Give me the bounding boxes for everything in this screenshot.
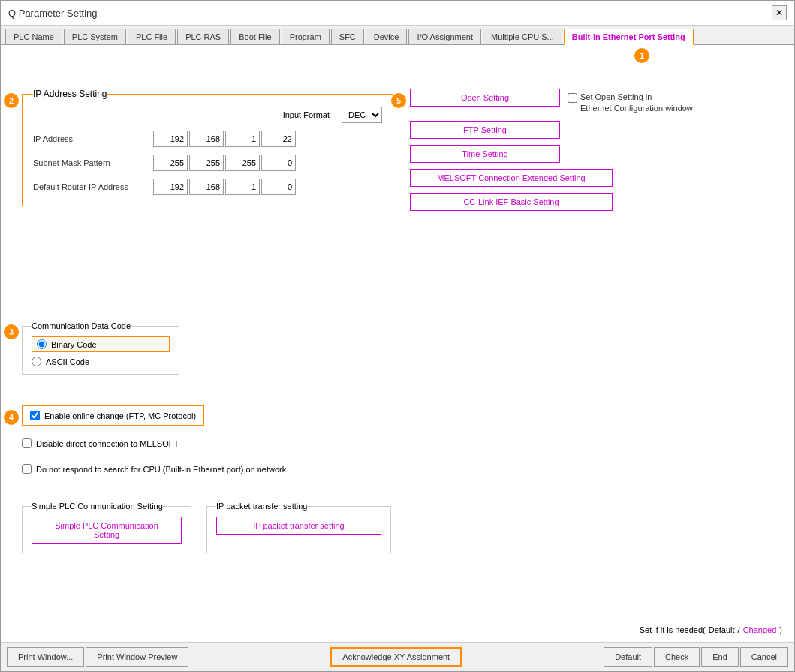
ip-address-label: IP Address: [33, 134, 153, 143]
ascii-code-radio[interactable]: [32, 357, 41, 366]
input-format-label: Input Format: [33, 110, 342, 119]
ip-field-3[interactable]: [225, 131, 260, 147]
tab-built-in-ethernet[interactable]: Built-in Ethernet Port Setting: [564, 29, 694, 45]
ip-address-inputs: [153, 131, 296, 147]
subnet-field-2[interactable]: [189, 155, 224, 171]
simple-plc-button[interactable]: Simple PLC Communication Setting: [32, 517, 182, 544]
status-changed-label: Changed: [743, 625, 777, 634]
enable-online-label: Enable online change (FTP, MC Protocol): [44, 411, 196, 420]
default-button[interactable]: Default: [604, 647, 652, 667]
status-slash: /: [738, 625, 740, 634]
input-format-row: Input Format DEC HEX: [33, 107, 382, 123]
router-field-4[interactable]: [261, 179, 296, 195]
status-close-paren: ): [779, 625, 782, 634]
print-window-button[interactable]: Print Window...: [7, 647, 84, 667]
horizontal-divider: [8, 493, 787, 493]
open-setting-checkbox-row: Set Open Setting inEthernet Configuratio…: [568, 92, 693, 115]
window-title: Q Parameter Setting: [8, 8, 98, 19]
badge-1: 1: [634, 48, 649, 63]
subnet-row: Subnet Mask Pattern: [33, 155, 382, 171]
badge-4: 4: [4, 410, 19, 425]
comm-data-code-fieldset: Communication Data Code Binary Code ASCI…: [22, 321, 179, 375]
do-not-respond-row: Do not respond to search for CPU (Built-…: [22, 464, 286, 474]
acknowledge-xy-button[interactable]: Acknowledge XY Assignment: [330, 647, 462, 667]
time-setting-button[interactable]: Time Setting: [410, 145, 560, 163]
subnet-field-1[interactable]: [153, 155, 188, 171]
ip-field-4[interactable]: [261, 131, 296, 147]
router-inputs: [153, 179, 296, 195]
router-field-2[interactable]: [189, 179, 224, 195]
disable-direct-label: Disable direct connection to MELSOFT: [36, 439, 179, 448]
do-not-respond-checkbox[interactable]: [22, 464, 32, 474]
ip-address-row: IP Address: [33, 131, 382, 147]
ascii-code-row: ASCII Code: [32, 357, 170, 366]
ip-field-1[interactable]: [153, 131, 188, 147]
status-set-text: Set if it is needed(: [640, 625, 706, 634]
router-field-1[interactable]: [153, 179, 188, 195]
footer-spacer-2: [463, 647, 602, 667]
tab-plc-file[interactable]: PLC File: [128, 29, 176, 44]
subnet-field-4[interactable]: [261, 155, 296, 171]
badge-2: 2: [4, 93, 19, 108]
subnet-label: Subnet Mask Pattern: [33, 158, 153, 167]
tab-plc-system[interactable]: PLC System: [64, 29, 126, 44]
ip-address-fieldset: IP Address Setting Input Format DEC HEX …: [22, 89, 393, 206]
ftp-setting-button[interactable]: FTP Setting: [410, 121, 560, 139]
melsoft-setting-button[interactable]: MELSOFT Connection Extended Setting: [410, 169, 613, 187]
status-text-area: Set if it is needed( Default / Changed ): [640, 625, 782, 634]
close-button[interactable]: ✕: [772, 5, 787, 20]
end-button[interactable]: End: [701, 647, 739, 667]
ip-packet-fieldset: IP packet transfer setting IP packet tra…: [206, 502, 391, 553]
subnet-field-3[interactable]: [225, 155, 260, 171]
open-setting-row: Open Setting Set Open Setting inEthernet…: [410, 89, 693, 115]
badge-5: 5: [391, 93, 406, 108]
ip-packet-button[interactable]: IP packet transfer setting: [216, 517, 381, 535]
disable-direct-checkbox[interactable]: [22, 438, 32, 448]
ip-setting-legend: IP Address Setting: [33, 89, 107, 99]
tab-plc-ras[interactable]: PLC RAS: [177, 29, 229, 44]
input-format-select[interactable]: DEC HEX: [342, 107, 382, 123]
badge-3: 3: [4, 324, 19, 339]
tab-io-assignment[interactable]: I/O Assignment: [408, 29, 481, 44]
right-panel: Open Setting Set Open Setting inEthernet…: [410, 89, 693, 211]
tab-plc-name[interactable]: PLC Name: [5, 29, 62, 44]
main-window: Q Parameter Setting ✕ PLC Name PLC Syste…: [0, 0, 795, 672]
do-not-respond-label: Do not respond to search for CPU (Built-…: [36, 465, 286, 474]
disable-direct-row: Disable direct connection to MELSOFT: [22, 438, 179, 448]
simple-plc-fieldset: Simple PLC Communication Setting Simple …: [22, 502, 191, 553]
footer: Print Window... Print Window Preview Ack…: [1, 642, 794, 671]
cancel-button[interactable]: Cancel: [740, 647, 788, 667]
simple-plc-legend: Simple PLC Communication Setting: [32, 502, 163, 511]
cclink-setting-button[interactable]: CC-Link IEF Basic Setting: [410, 193, 613, 211]
footer-spacer: [190, 647, 329, 667]
tab-device[interactable]: Device: [366, 29, 408, 44]
router-row: Default Router IP Address: [33, 179, 382, 195]
tab-program[interactable]: Program: [282, 29, 330, 44]
comm-data-legend: Communication Data Code: [32, 321, 131, 330]
tab-boot-file[interactable]: Boot File: [230, 29, 279, 44]
enable-online-group: Enable online change (FTP, MC Protocol): [22, 405, 204, 426]
tab-sfc[interactable]: SFC: [331, 29, 364, 44]
open-setting-checkbox[interactable]: [568, 93, 577, 103]
binary-code-radio[interactable]: [37, 339, 47, 349]
open-setting-label: Set Open Setting inEthernet Configuratio…: [580, 92, 693, 115]
open-setting-button[interactable]: Open Setting: [410, 89, 560, 107]
ip-field-2[interactable]: [189, 131, 224, 147]
status-default-label: Default: [709, 625, 735, 634]
print-preview-button[interactable]: Print Window Preview: [86, 647, 188, 667]
ip-packet-legend: IP packet transfer setting: [216, 502, 307, 511]
tab-multiple-cpu[interactable]: Multiple CPU S...: [483, 29, 562, 44]
ascii-code-label: ASCII Code: [46, 357, 89, 366]
subnet-inputs: [153, 155, 296, 171]
binary-code-label: Binary Code: [51, 340, 97, 349]
router-label: Default Router IP Address: [33, 182, 153, 191]
tab-bar: PLC Name PLC System PLC File PLC RAS Boo…: [1, 26, 794, 45]
router-field-3[interactable]: [225, 179, 260, 195]
check-button[interactable]: Check: [654, 647, 700, 667]
title-bar: Q Parameter Setting ✕: [1, 1, 794, 26]
enable-online-checkbox[interactable]: [30, 411, 40, 420]
binary-code-row: Binary Code: [32, 336, 170, 352]
content-area: 1 2 IP Address Setting Input Format DEC …: [1, 45, 794, 642]
bottom-panels: Simple PLC Communication Setting Simple …: [22, 502, 391, 553]
